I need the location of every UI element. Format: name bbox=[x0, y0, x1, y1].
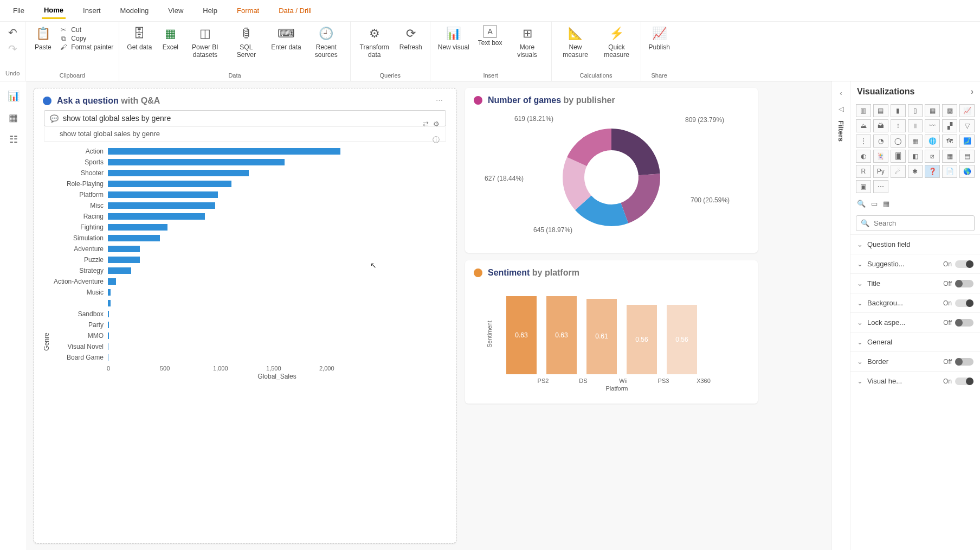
qna-visual[interactable]: ⋯ Ask a question with Q&A 💬 ⇄ ⚙ show tot… bbox=[34, 88, 456, 543]
paste-button[interactable]: 📋 Paste bbox=[31, 24, 55, 52]
fmt-title[interactable]: ⌄Title Off bbox=[850, 273, 980, 293]
model-view-icon[interactable]: ☷ bbox=[9, 133, 18, 145]
viz-type-kpi[interactable]: ◧ bbox=[908, 150, 923, 163]
viz-type-more[interactable]: ⋯ bbox=[873, 180, 888, 193]
viz-type-table[interactable]: ▦ bbox=[942, 150, 957, 163]
viz-type-funnel[interactable]: ▽ bbox=[959, 119, 975, 132]
viz-type-paginated[interactable]: 📄 bbox=[942, 165, 957, 178]
publisher-donut-visual[interactable]: Number of games by publisher 809 (23.79%… bbox=[465, 88, 758, 253]
sentiment-bar-visual[interactable]: Sentiment by platform Sentiment 0.630.63… bbox=[465, 260, 758, 404]
menu-format[interactable]: Format bbox=[235, 3, 261, 18]
viz-type-stacked-bar[interactable]: ▥ bbox=[856, 104, 871, 117]
viz-type-card[interactable]: 🃏 bbox=[873, 150, 888, 163]
menu-file[interactable]: File bbox=[11, 3, 27, 18]
viz-type-stacked-area[interactable]: 🏔 bbox=[873, 119, 888, 132]
new-measure-button[interactable]: 📐New measure bbox=[557, 24, 594, 60]
chevron-left-icon[interactable]: ‹ bbox=[840, 89, 842, 97]
viz-type-donut[interactable]: ◯ bbox=[891, 135, 906, 148]
toggle-border[interactable] bbox=[955, 358, 973, 366]
viz-type-pie[interactable]: ◔ bbox=[873, 135, 888, 148]
viz-type-gauge[interactable]: ◐ bbox=[856, 150, 871, 163]
fmt-general[interactable]: ⌄General bbox=[850, 332, 980, 351]
refresh-button[interactable]: ⟳Refresh bbox=[397, 24, 424, 52]
viz-type-treemap[interactable]: ▦ bbox=[908, 135, 923, 148]
viz-type-matrix[interactable]: ▤ bbox=[959, 150, 975, 163]
menu-help[interactable]: Help bbox=[201, 3, 220, 18]
format-mode-icon[interactable]: ▦ bbox=[883, 200, 889, 208]
quick-measure-button[interactable]: ⚡Quick measure bbox=[598, 24, 635, 60]
qna-input-wrap[interactable]: 💬 bbox=[44, 110, 446, 126]
toggle-title[interactable] bbox=[955, 280, 973, 287]
copy-button[interactable]: ⧉Copy bbox=[59, 35, 86, 42]
filters-pane-collapsed[interactable]: ‹ ◁ Filters bbox=[831, 81, 850, 550]
viz-type-r[interactable]: R bbox=[856, 165, 871, 178]
search-mode-icon[interactable]: 🔍 bbox=[857, 200, 866, 208]
toggle-background[interactable] bbox=[955, 299, 973, 307]
viz-type-azure-map[interactable]: 🗾 bbox=[959, 135, 975, 148]
info-icon[interactable]: ⓘ bbox=[433, 135, 440, 145]
fmt-question-field[interactable]: ⌄Question field bbox=[850, 234, 980, 254]
menu-home[interactable]: Home bbox=[42, 3, 66, 19]
viz-type-line-col[interactable]: ⫶ bbox=[891, 119, 906, 132]
chevron-right-icon[interactable]: › bbox=[971, 87, 973, 97]
viz-type-clustered-col[interactable]: ▯ bbox=[908, 104, 923, 117]
viz-type-100-col[interactable]: ▩ bbox=[942, 104, 957, 117]
data-view-icon[interactable]: ▦ bbox=[9, 112, 18, 124]
qna-input[interactable] bbox=[63, 114, 440, 123]
menu-modeling[interactable]: Modeling bbox=[118, 3, 151, 18]
viz-type-scatter[interactable]: ⋮ bbox=[856, 135, 871, 148]
sql-server-button[interactable]: 🛢SQL Server bbox=[228, 24, 265, 60]
qna-settings-icon[interactable]: ⚙ bbox=[433, 120, 440, 128]
fmt-suggestions[interactable]: ⌄Suggestio... On bbox=[850, 254, 980, 273]
viz-type-clustered-bar[interactable]: ▤ bbox=[873, 104, 888, 117]
viz-type-line[interactable]: 📈 bbox=[959, 104, 975, 117]
redo-icon[interactable]: ↷ bbox=[8, 42, 17, 55]
viz-type-qna[interactable]: ❓ bbox=[925, 165, 940, 178]
filters-expand-icon[interactable]: ◁ bbox=[839, 105, 844, 113]
report-view-icon[interactable]: 📊 bbox=[8, 90, 20, 102]
qna-suggestion[interactable]: show total global sales by genre bbox=[44, 126, 446, 142]
text-box-button[interactable]: AText box bbox=[476, 24, 505, 48]
fields-mode-icon[interactable]: ▭ bbox=[871, 200, 878, 208]
viz-type-filled-map[interactable]: 🗺 bbox=[942, 135, 957, 148]
viz-type-decomp[interactable]: ✱ bbox=[908, 165, 923, 178]
qna-convert-icon[interactable]: ⇄ bbox=[423, 120, 429, 128]
viz-type-slicer[interactable]: ⧄ bbox=[925, 150, 940, 163]
viz-type-py[interactable]: Py bbox=[873, 165, 888, 178]
viz-search-input[interactable] bbox=[874, 219, 970, 227]
menu-insert[interactable]: Insert bbox=[81, 3, 103, 18]
viz-type-area[interactable]: ⛰ bbox=[856, 119, 871, 132]
viz-type-powerapp[interactable]: ▣ bbox=[856, 180, 871, 193]
format-painter-button[interactable]: 🖌Format painter bbox=[59, 43, 113, 51]
excel-button[interactable]: ▦Excel bbox=[158, 24, 182, 52]
viz-type-arcgis[interactable]: 🌎 bbox=[959, 165, 975, 178]
viz-type-key-influencer[interactable]: ☄ bbox=[891, 165, 906, 178]
menu-data-drill[interactable]: Data / Drill bbox=[276, 3, 314, 18]
undo-icon[interactable]: ↶ bbox=[8, 26, 17, 39]
viz-type-ribbon[interactable]: 〰 bbox=[925, 119, 940, 132]
viz-search[interactable]: 🔍 bbox=[856, 215, 975, 231]
toggle-visual-header[interactable] bbox=[955, 378, 973, 385]
viz-type-100-bar[interactable]: ▦ bbox=[925, 104, 940, 117]
fmt-visual-header[interactable]: ⌄Visual he... On bbox=[850, 371, 980, 391]
menu-view[interactable]: View bbox=[166, 3, 185, 18]
fmt-background[interactable]: ⌄Backgrou... On bbox=[850, 293, 980, 312]
pbi-datasets-button[interactable]: ◫Power BI datasets bbox=[186, 24, 223, 60]
cut-button[interactable]: ✂Cut bbox=[59, 26, 81, 34]
viz-type-waterfall[interactable]: ▞ bbox=[942, 119, 957, 132]
viz-type-map[interactable]: 🌐 bbox=[925, 135, 940, 148]
viz-type-stacked-col[interactable]: ▮ bbox=[891, 104, 906, 117]
transform-data-button[interactable]: ⚙Transform data bbox=[356, 24, 393, 60]
fmt-border[interactable]: ⌄Border Off bbox=[850, 351, 980, 371]
toggle-lock-aspect[interactable] bbox=[955, 319, 973, 327]
get-data-button[interactable]: 🗄Get data bbox=[125, 24, 154, 52]
new-visual-button[interactable]: 📊New visual bbox=[436, 24, 472, 52]
toggle-suggestions[interactable] bbox=[955, 260, 973, 268]
recent-sources-button[interactable]: 🕘Recent sources bbox=[308, 24, 345, 60]
enter-data-button[interactable]: ⌨Enter data bbox=[269, 24, 303, 52]
viz-type-multi-card[interactable]: 🂠 bbox=[891, 150, 906, 163]
viz-type-line-col2[interactable]: ⫴ bbox=[908, 119, 923, 132]
visual-options-icon[interactable]: ⋯ bbox=[436, 96, 444, 104]
publish-button[interactable]: 📈Publish bbox=[647, 24, 672, 52]
fmt-lock-aspect[interactable]: ⌄Lock aspe... Off bbox=[850, 312, 980, 332]
